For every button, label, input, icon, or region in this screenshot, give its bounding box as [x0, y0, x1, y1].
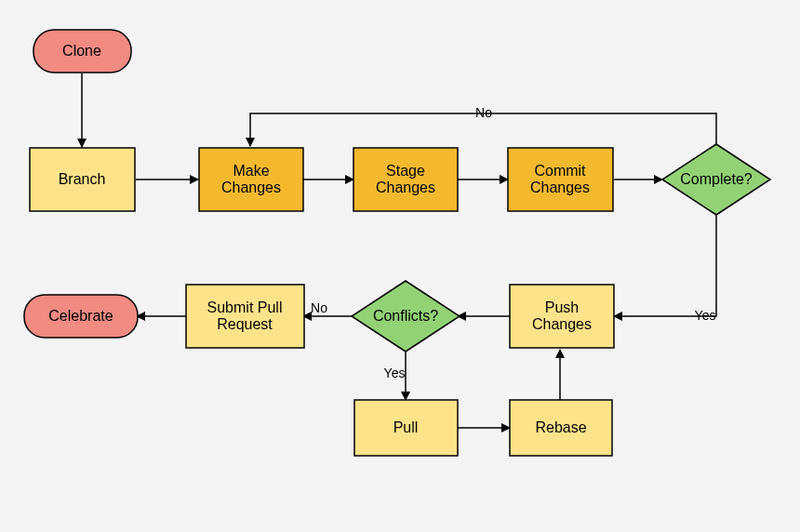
node-submit-pr: Submit Pull Request — [186, 285, 304, 348]
edge-complete-yes — [614, 212, 716, 316]
edge-label-yes1: Yes — [695, 308, 716, 323]
edge-label-no2: No — [311, 300, 327, 315]
node-stage-label-2: Changes — [376, 180, 435, 195]
node-complete-label: Complete? — [680, 171, 752, 187]
node-commit-changes: Commit Changes — [508, 148, 613, 211]
edge-label-yes2: Yes — [384, 366, 406, 380]
node-commit-label-2: Changes — [530, 180, 590, 195]
node-make-changes: Make Changes — [199, 148, 303, 211]
node-branch: Branch — [30, 148, 135, 211]
node-clone: Clone — [33, 30, 131, 73]
node-pull-label: Pull — [393, 419, 419, 435]
node-complete: Complete? — [662, 144, 770, 215]
node-pull: Pull — [354, 400, 458, 456]
node-commit-label-1: Commit — [534, 163, 586, 179]
node-clone-label: Clone — [62, 43, 101, 59]
node-make-label-1: Make — [233, 163, 269, 179]
node-stage-label-1: Stage — [386, 163, 425, 179]
node-push-label-2: Changes — [532, 316, 592, 332]
node-push-label-1: Push — [545, 299, 579, 315]
node-celebrate: Celebrate — [24, 295, 138, 338]
node-push-changes: Push Changes — [510, 285, 614, 348]
edge-label-no1: No — [475, 105, 492, 120]
node-submit-label-2: Request — [217, 316, 273, 332]
node-stage-changes: Stage Changes — [353, 148, 458, 211]
node-conflicts-label: Conflicts? — [373, 308, 438, 324]
node-rebase: Rebase — [510, 400, 612, 456]
node-celebrate-label: Celebrate — [48, 308, 113, 324]
node-make-label-2: Changes — [221, 180, 281, 195]
node-branch-label: Branch — [59, 171, 106, 187]
node-rebase-label: Rebase — [535, 419, 586, 435]
node-submit-label-1: Submit Pull — [207, 299, 283, 315]
node-conflicts: Conflicts? — [352, 281, 460, 352]
